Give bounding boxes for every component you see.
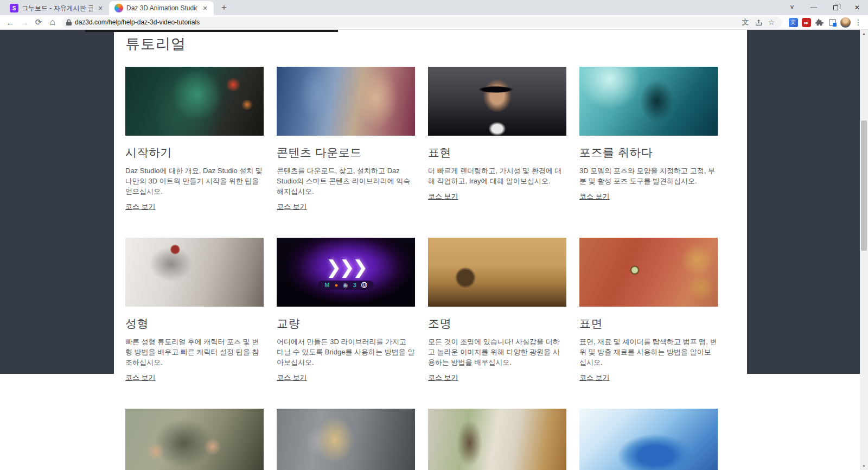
card-title: 표면	[579, 315, 718, 331]
url-text[interactable]: daz3d.com/help/help-daz-3d-video-tutoria…	[75, 18, 739, 26]
card-image-bridge-purple-chevrons-logos[interactable]: ❯❯❯M●◉3Ⓤ	[277, 238, 415, 307]
bridge-chevrons-icon: ❯❯❯	[326, 258, 366, 276]
view-course-link[interactable]: 코스 보기	[125, 373, 156, 382]
card-title: 콘텐츠 다운로드	[277, 144, 415, 160]
tutorial-card-bridge-purple-chevrons-logos: ❯❯❯M●◉3Ⓤ교량어디에서 만들든 3D 라이브러리를 가지고 다닐 수 있도…	[277, 238, 415, 382]
scroll-up-arrow-icon[interactable]: ▲	[860, 30, 868, 37]
content-column: 튜토리얼 시작하기Daz Studio에 대한 개요, Daz Studio 설…	[114, 30, 747, 470]
tutorial-card-hands-on-wet-glass	[125, 409, 264, 470]
card-description: Daz Studio에 대한 개요, Daz Studio 설치 및 나만의 3…	[125, 166, 264, 196]
card-image-blue-glass-structure[interactable]	[579, 409, 718, 470]
tutorial-card-grid: 시작하기Daz Studio에 대한 개요, Daz Studio 설치 및 나…	[125, 67, 747, 470]
card-image-orange-scaly-eye-closeup[interactable]	[579, 238, 718, 307]
bridge-logos-pill: M●◉3Ⓤ	[318, 281, 374, 290]
card-title: 시작하기	[125, 144, 264, 160]
forward-button[interactable]: →	[17, 16, 31, 29]
scroll-down-arrow-icon[interactable]: ▼	[860, 462, 868, 470]
translate-icon[interactable]: 文	[739, 17, 752, 27]
view-course-link[interactable]: 코스 보기	[125, 202, 156, 211]
tutorial-card-teal-dancer-silhouette: 포즈를 취하다3D 모델의 포즈와 모양을 지정하고 고정, 부분 및 활성 포…	[579, 67, 718, 211]
bridge-logo-icon: Ⓤ	[361, 282, 367, 288]
tab-close-icon[interactable]: ✕	[201, 4, 209, 12]
tutorial-card-sci-fi-green-mask-portrait: 시작하기Daz Studio에 대한 개요, Daz Studio 설치 및 나…	[125, 67, 264, 211]
lock-icon	[66, 19, 72, 26]
view-course-link[interactable]: 코스 보기	[428, 192, 458, 201]
tutorial-card-orange-scaly-eye-closeup: 표면표면, 재료 및 셰이더를 탐색하고 범프 맵, 변위 및 방출 재료를 사…	[579, 238, 718, 382]
card-image-blue-pink-blonde-portraits[interactable]	[277, 67, 415, 136]
extension-fastforward-icon[interactable]: ▶▶	[800, 16, 813, 29]
restore-icon	[833, 5, 838, 10]
card-description: 더 빠르게 렌더링하고, 가시성 및 환경에 대해 작업하고, Iray에 대해…	[428, 166, 566, 186]
view-course-link[interactable]: 코스 보기	[579, 192, 610, 201]
card-image-sci-fi-green-mask-portrait[interactable]	[125, 67, 264, 136]
tutorial-card-dusty-amber-desert-sphere: 조명모든 것이 조명에 있습니다! 사실감을 더하고 놀라운 이미지를 위해 다…	[428, 238, 566, 382]
page-viewport: 튜토리얼 시작하기Daz Studio에 대한 개요, Daz Studio 설…	[0, 30, 868, 470]
tab-strip: S그누보드 - 자유게시판 글쓰기✕Daz 3D Animation Studi…	[0, 0, 868, 15]
tutorial-card-blonde-cyborg-woman	[277, 409, 415, 470]
daz-favicon	[114, 4, 123, 12]
back-button[interactable]: ←	[3, 16, 17, 29]
card-description: 모든 것이 조명에 있습니다! 사실감을 더하고 놀라운 이미지를 위해 다양한…	[428, 336, 566, 367]
share-icon[interactable]	[752, 17, 765, 27]
browser-toolbar: ← → ⟳ ⌂ daz3d.com/help/help-daz-3d-video…	[0, 15, 868, 30]
bridge-logo-icon: M	[324, 282, 329, 288]
card-image-tuxedo-man-sunglasses[interactable]	[428, 67, 566, 136]
new-tab-button[interactable]: +	[217, 1, 231, 15]
extensions-puzzle-icon[interactable]	[813, 16, 826, 29]
tutorial-card-blue-pink-blonde-portraits: 콘텐츠 다운로드콘텐츠를 다운로드, 찾고, 설치하고 Daz Studio의 …	[277, 67, 415, 211]
menu-kebab-icon[interactable]: ⋮	[852, 16, 865, 29]
card-image-white-scene-red-hood-figure[interactable]	[125, 238, 264, 307]
tabsearch-chevron-icon[interactable]: ˅	[781, 0, 803, 15]
window-controls: ˅ — ✕	[781, 0, 868, 15]
bridge-logo-icon: ◉	[343, 282, 348, 288]
browser-tab-1[interactable]: S그누보드 - 자유게시판 글쓰기✕	[4, 1, 109, 15]
site-favicon: S	[10, 4, 18, 12]
card-image-hands-on-wet-glass[interactable]	[125, 409, 264, 470]
header-remnant-strip	[85, 30, 338, 32]
tutorial-card-blue-glass-structure	[579, 409, 718, 470]
scrollbar[interactable]: ▲ ▼	[860, 30, 868, 470]
view-course-link[interactable]: 코스 보기	[277, 202, 307, 211]
card-description: 콘텐츠를 다운로드, 찾고, 설치하고 Daz Studio의 스마트 콘텐츠 …	[277, 166, 415, 196]
card-description: 어디에서 만들든 3D 라이브러리를 가지고 다닐 수 있도록 Bridge를 …	[277, 336, 415, 367]
bookmark-star-icon[interactable]: ☆	[765, 17, 778, 27]
toolbar-right: 文 ▶▶ ⋮	[787, 16, 865, 29]
minimize-button[interactable]: —	[803, 0, 825, 15]
refresh-button[interactable]: ⟳	[31, 16, 46, 29]
card-image-dusty-amber-desert-sphere[interactable]	[428, 238, 566, 307]
card-title: 조명	[428, 315, 566, 331]
tutorial-card-tuxedo-man-sunglasses: 표현더 빠르게 렌더링하고, 가시성 및 환경에 대해 작업하고, Iray에 …	[428, 67, 566, 211]
view-course-link[interactable]: 코스 보기	[579, 373, 610, 382]
tab-title: 그누보드 - 자유게시판 글쓰기	[22, 4, 93, 13]
bridge-overlay: ❯❯❯M●◉3Ⓤ	[277, 238, 415, 307]
card-image-cat-at-window-interior[interactable]	[428, 409, 566, 470]
card-title: 성형	[125, 315, 264, 331]
view-course-link[interactable]: 코스 보기	[428, 373, 458, 382]
restore-button[interactable]	[825, 0, 846, 15]
card-image-blonde-cyborg-woman[interactable]	[277, 409, 415, 470]
tab-close-icon[interactable]: ✕	[96, 4, 105, 12]
side-panel-icon[interactable]	[826, 16, 839, 29]
close-window-button[interactable]: ✕	[846, 0, 868, 15]
extension-translate-icon[interactable]: 文	[787, 16, 800, 29]
card-title: 표현	[428, 144, 566, 160]
card-description: 3D 모델의 포즈와 모양을 지정하고 고정, 부분 및 활성 포즈 도구를 발…	[579, 166, 718, 186]
card-title: 포즈를 취하다	[579, 144, 718, 160]
card-image-teal-dancer-silhouette[interactable]	[579, 67, 718, 136]
card-title: 교량	[277, 315, 415, 331]
tutorial-card-cat-at-window-interior	[428, 409, 566, 470]
tab-title: Daz 3D Animation Studio Video	[126, 4, 197, 12]
tutorial-card-white-scene-red-hood-figure: 성형빠른 성형 튜토리얼 후에 캐릭터 포즈 및 변형 방법을 배우고 빠른 캐…	[125, 238, 264, 382]
browser-tab-2[interactable]: Daz 3D Animation Studio Video✕	[109, 1, 214, 15]
page-title: 튜토리얼	[125, 35, 747, 53]
address-bar[interactable]: daz3d.com/help/help-daz-3d-video-tutoria…	[62, 17, 782, 28]
profile-avatar[interactable]	[839, 16, 852, 29]
browser-window: S그누보드 - 자유게시판 글쓰기✕Daz 3D Animation Studi…	[0, 0, 868, 470]
card-description: 표면, 재료 및 셰이더를 탐색하고 범프 맵, 변위 및 방출 재료를 사용하…	[579, 336, 718, 367]
view-course-link[interactable]: 코스 보기	[277, 373, 307, 382]
bridge-logo-icon: 3	[353, 282, 356, 288]
scrollbar-thumb[interactable]	[861, 120, 867, 251]
bridge-logo-icon: ●	[334, 282, 338, 288]
card-description: 빠른 성형 튜토리얼 후에 캐릭터 포즈 및 변형 방법을 배우고 빠른 캐릭터…	[125, 336, 264, 367]
home-button[interactable]: ⌂	[46, 16, 60, 29]
